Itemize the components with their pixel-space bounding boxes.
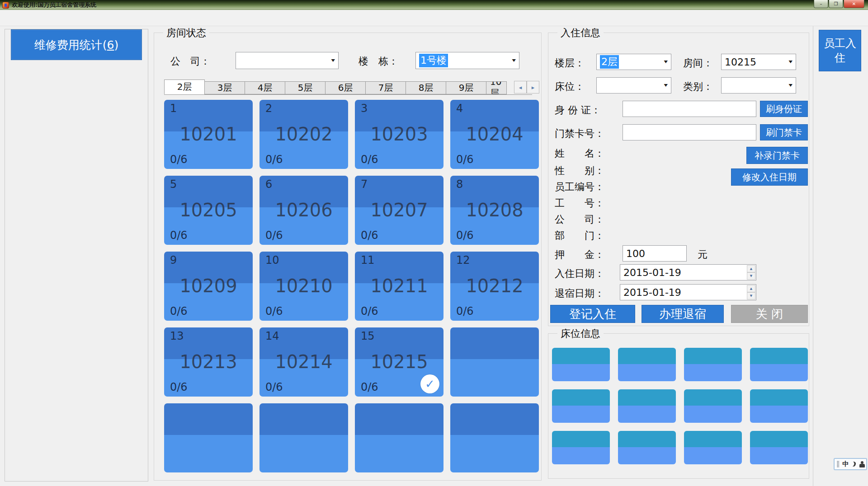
room-card[interactable]: 12 10212 0/6 (450, 252, 539, 321)
room-card[interactable]: 7 10207 0/6 (355, 176, 443, 245)
room-card[interactable] (450, 327, 539, 397)
room-card[interactable]: 4 10204 0/6 (450, 100, 539, 169)
modify-checkin-date-button[interactable]: 修改入住日期 (731, 168, 808, 186)
room-card[interactable]: 14 10214 0/6 (259, 327, 348, 397)
bed-card[interactable] (552, 431, 610, 464)
room-index: 15 (361, 330, 375, 342)
deposit-input[interactable]: 100 (623, 245, 687, 262)
bed-card[interactable] (684, 348, 742, 381)
room-card[interactable]: 11 10211 0/6 (355, 252, 443, 321)
spin-down-icon[interactable]: ▼ (747, 292, 755, 299)
scan-door-card-button[interactable]: 刷门禁卡 (760, 124, 808, 140)
room-card[interactable]: 1 10201 0/6 (164, 100, 253, 169)
company-select[interactable]: ▼ (236, 52, 339, 69)
spin-up-icon[interactable]: ▲ (747, 285, 755, 292)
name-label: 姓 名： (555, 147, 604, 160)
room-occupancy: 0/6 (361, 153, 378, 166)
door-card-input[interactable] (623, 124, 756, 140)
room-number: 10214 (275, 351, 332, 372)
bed-select[interactable]: ▼ (596, 77, 671, 93)
bed-card[interactable] (750, 348, 808, 381)
room-card[interactable]: 5 10205 0/6 (164, 176, 253, 245)
person-icon[interactable] (859, 461, 864, 467)
bed-card[interactable] (552, 348, 610, 381)
room-number: 10204 (466, 124, 523, 145)
chevron-down-icon: ▼ (331, 58, 335, 62)
room-card[interactable] (450, 403, 539, 472)
process-checkout-button[interactable]: 办理退宿 (642, 305, 724, 323)
bed-card[interactable] (684, 389, 742, 423)
sidebar: 水电费月报表1个人水电报表2水电抄表记录3缴费管理4押金管理5维修费用统计6 (5, 29, 148, 481)
floor-tab[interactable]: 6层 (325, 81, 366, 94)
drag-handle-icon[interactable] (837, 461, 839, 467)
employee-no-label: 员工编号： (555, 180, 604, 194)
chevron-down-icon: ▼ (789, 60, 793, 64)
close-icon[interactable]: ✕ (844, 0, 864, 8)
floor-tab[interactable]: 3层 (204, 81, 245, 94)
floor-tab[interactable]: 8层 (406, 81, 446, 94)
room-card[interactable]: 8 10208 0/6 (450, 176, 539, 245)
ime-language-indicator[interactable]: 中 (842, 460, 849, 468)
room-card[interactable] (164, 403, 253, 472)
floor-selected-value: 2层 (600, 55, 619, 69)
floor-tab[interactable]: 7层 (365, 81, 406, 94)
building-select[interactable]: 1号楼 ▼ (415, 52, 519, 69)
bed-card[interactable] (552, 389, 610, 423)
checkin-panel: 入住信息 楼层： 2层 ▼ 房间： 10215 ▼ 床位： ▼ 类别： ▼ 身 … (548, 33, 809, 326)
room-index: 14 (265, 330, 279, 342)
room-card[interactable]: 9 10209 0/6 (164, 252, 253, 321)
room-index: 6 (265, 178, 272, 191)
bed-card[interactable] (750, 389, 808, 423)
chevron-down-icon: ▼ (789, 83, 793, 87)
room-card[interactable] (259, 403, 348, 472)
chevron-down-icon: ▼ (664, 60, 668, 64)
room-card[interactable]: 3 10203 0/6 (355, 100, 443, 169)
id-input[interactable] (623, 101, 756, 117)
bed-card[interactable] (618, 431, 676, 464)
room-occupancy: 0/6 (265, 153, 283, 166)
close-button[interactable]: 关 闭 (731, 305, 808, 323)
room-number: 10209 (179, 276, 237, 296)
employee-checkin-button[interactable]: 员工入住 (819, 30, 861, 71)
reissue-door-card-button[interactable]: 补录门禁卡 (746, 147, 808, 164)
tab-scroll-left-icon[interactable]: ◂ (514, 81, 527, 93)
room-card[interactable]: 15 10215 0/6 ✓ (355, 327, 443, 397)
moon-icon[interactable] (851, 461, 857, 467)
spin-down-icon[interactable]: ▼ (747, 272, 755, 280)
bed-card[interactable] (750, 431, 808, 464)
room-label: 房间： (683, 56, 713, 70)
room-number: 10210 (275, 276, 332, 296)
checkin-date-input[interactable]: 2015-01-19 ▲ ▼ (620, 264, 756, 280)
room-index: 2 (265, 102, 272, 115)
room-card[interactable]: 13 10213 0/6 (164, 327, 253, 397)
register-checkin-button[interactable]: 登记入住 (550, 305, 635, 323)
floor-tab[interactable]: 4层 (245, 81, 285, 94)
room-card[interactable]: 6 10206 0/6 (259, 176, 348, 245)
bed-card[interactable] (618, 348, 676, 381)
tab-scroll-right-icon[interactable]: ▸ (527, 81, 539, 93)
room-occupancy: 0/6 (170, 381, 188, 393)
floor-select[interactable]: 2层 ▼ (596, 54, 671, 70)
maximize-icon[interactable]: ❐ (829, 0, 843, 8)
floor-tab[interactable]: 2层 (164, 79, 205, 94)
bed-card[interactable] (618, 389, 676, 423)
room-card[interactable]: 2 10202 0/6 (259, 100, 348, 169)
tab-scroll-arrows: ◂ ▸ (514, 81, 539, 93)
room-select[interactable]: 10215 ▼ (721, 54, 796, 70)
building-selected-value: 1号楼 (419, 54, 448, 67)
floor-tab[interactable]: 10层 (486, 81, 507, 94)
spin-up-icon[interactable]: ▲ (747, 265, 755, 272)
bed-card[interactable] (684, 431, 742, 464)
room-card[interactable]: 10 10210 0/6 (259, 252, 348, 321)
room-card[interactable] (355, 403, 443, 472)
room-occupancy: 0/6 (361, 381, 378, 393)
ime-bar[interactable]: 中 (834, 458, 867, 470)
sidebar-button[interactable]: 维修费用统计6 (11, 29, 142, 60)
category-select[interactable]: ▼ (721, 77, 796, 93)
app-icon (2, 2, 9, 9)
scan-id-button[interactable]: 刷身份证 (760, 101, 808, 117)
checkout-date-input[interactable]: 2015-01-19 ▲ ▼ (620, 284, 756, 300)
floor-tab[interactable]: 9层 (446, 81, 486, 94)
floor-tab[interactable]: 5层 (285, 81, 326, 94)
minimize-icon[interactable]: – (814, 0, 828, 8)
